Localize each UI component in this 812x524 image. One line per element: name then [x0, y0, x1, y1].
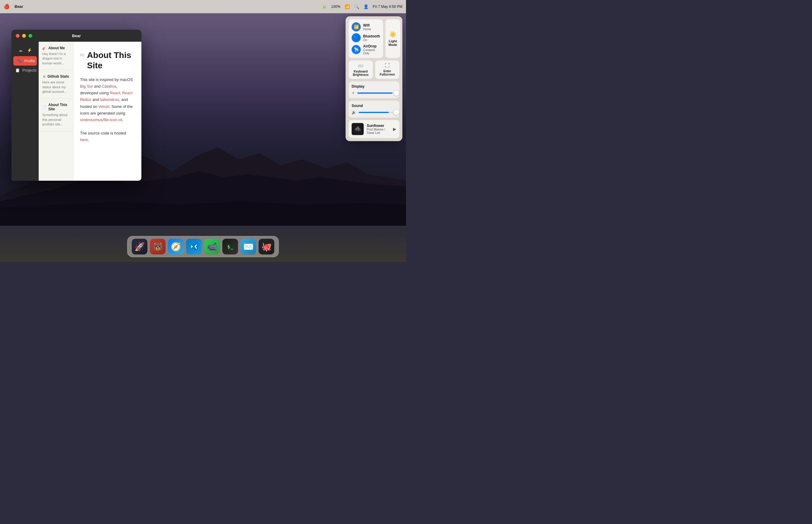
cc-fullscreen-label: Enter Fullscreen — [377, 69, 397, 76]
dock-terminal[interactable]: $_ — [222, 239, 238, 255]
dock-bear[interactable]: 🐻 — [150, 239, 166, 255]
cc-wifi-item[interactable]: 📶 Wifi Home — [352, 22, 380, 31]
dock-mail[interactable]: ✉️ — [240, 239, 256, 255]
menu-bar-clock: Fri 7 May 4:56 PM — [373, 4, 402, 9]
bear-note-icon-2: 🖥 — [42, 75, 46, 78]
bear-sidebar: ☁ ⚡ 🐾 Profile 📋 Projects — [12, 42, 39, 181]
dock: 🚀 🐻 🧭 📹 $_ ✉️ 🐙 — [127, 236, 279, 257]
cc-fullscreen-widget[interactable]: ⛶ Enter Fullscreen — [375, 61, 399, 79]
cc-bluetooth-icon-circle: 🔵 — [352, 33, 361, 42]
menu-bar-right: 🔋 100% 📶 🔍 👤 Fri 7 May 4:56 PM — [322, 4, 402, 9]
cc-track-artist: Post Malone / Swae Lee — [367, 128, 390, 134]
bear-minimize-button[interactable] — [22, 34, 26, 38]
link-react[interactable]: React — [109, 91, 120, 95]
cc-brightness-thumb[interactable] — [394, 91, 399, 96]
cc-keyboard-brightness-widget[interactable]: ⌨️ Keyboard Brightness — [349, 61, 373, 79]
dock-launchpad[interactable]: 🚀 — [132, 239, 148, 255]
bear-note-about-site[interactable]: 📄 About This Site Something about this p… — [39, 99, 73, 131]
cc-display-title: Display — [352, 84, 396, 88]
bear-nav-profile[interactable]: 🐾 Profile — [13, 56, 37, 66]
cc-airdrop-sub: Contacts Only — [363, 48, 380, 55]
bear-notes-list: 🎸 About Me Hey there! I'm a dragon lost … — [39, 42, 73, 181]
bear-sidebar-sliders-icon[interactable]: ⚡ — [27, 48, 32, 53]
cc-bluetooth-sub: On — [363, 38, 380, 42]
cc-network-widget[interactable]: 📶 Wifi Home 🔵 Bluetooth On 📡 — [349, 19, 383, 58]
bear-projects-label: Projects — [22, 68, 36, 72]
cc-light-mode-widget[interactable]: ☀️ Light Mode — [386, 19, 400, 58]
cc-brightness-icon: ☀ — [352, 91, 355, 95]
link-big-sur[interactable]: Big Sur — [80, 84, 93, 88]
bear-maximize-button[interactable] — [29, 34, 32, 38]
cc-airdrop-name: AirDrop — [363, 44, 380, 48]
bear-traffic-lights — [16, 34, 32, 38]
bear-projects-icon: 📋 — [15, 68, 20, 72]
dock-facetime[interactable]: 📹 — [204, 239, 220, 255]
dock-vscode[interactable] — [186, 239, 202, 255]
bear-profile-icon: 🐾 — [17, 59, 22, 63]
bear-note-title-row-2: 🖥 Github Stats — [42, 74, 69, 79]
cc-brightness-slider-row: ☀ — [352, 91, 396, 95]
cc-airdrop-label: AirDrop Contacts Only — [363, 44, 380, 55]
cc-sound-title: Sound — [352, 104, 396, 108]
bear-note-preview-3: Something about this personal portfolio … — [42, 113, 69, 127]
link-vercel[interactable]: Vercel — [99, 104, 109, 109]
link-file-icon-cli[interactable]: sindresorhus/file-icon-cli — [80, 117, 122, 122]
bear-note-title-1: About Me — [48, 46, 65, 50]
bear-editor-body: This site is inspired by macOS Big Sur a… — [80, 77, 135, 143]
cc-brightness-slider[interactable] — [357, 93, 396, 94]
bear-editor[interactable]: H1 About This Site This site is inspired… — [73, 42, 141, 181]
user-menu-icon[interactable]: 👤 — [363, 4, 369, 9]
cc-album-art: 🕷️ — [352, 123, 364, 135]
cc-volume-slider[interactable] — [359, 112, 396, 113]
battery-icon: 🔋 — [322, 4, 327, 9]
cc-volume-icon: 🔊 — [352, 110, 356, 115]
bear-window-title: Bear — [72, 34, 81, 38]
menu-bar: 🍎 Bear 🔋 100% 📶 🔍 👤 Fri 7 May 4:56 PM — [0, 0, 406, 13]
cc-bluetooth-icon: 🔵 — [354, 35, 359, 40]
bear-note-title-row-1: 🎸 About Me — [42, 46, 69, 50]
menu-bar-left: 🍎 Bear — [4, 4, 23, 10]
cc-wifi-name: Wifi — [363, 23, 371, 28]
cc-keyboard-icon: ⌨️ — [358, 63, 364, 69]
cc-wifi-icon: 📶 — [354, 24, 359, 29]
wifi-menu-icon[interactable]: 📶 — [345, 4, 350, 9]
cc-bluetooth-name: Bluetooth — [363, 34, 380, 38]
cc-volume-thumb[interactable] — [394, 110, 399, 115]
cc-light-mode-icon: ☀️ — [389, 31, 396, 38]
cc-album-art-icon: 🕷️ — [354, 126, 361, 132]
bear-close-button[interactable] — [16, 34, 20, 38]
dock-github[interactable]: 🐙 — [258, 239, 274, 255]
bear-profile-label: Profile — [24, 59, 35, 63]
bear-nav-projects[interactable]: 📋 Projects — [12, 66, 39, 75]
link-catalina[interactable]: Catalina — [102, 84, 116, 88]
apple-menu[interactable]: 🍎 — [4, 4, 10, 10]
cc-wifi-label: Wifi Home — [363, 23, 371, 31]
cc-track-name: Sunflower — [367, 124, 390, 128]
dock-safari[interactable]: 🧭 — [168, 239, 184, 255]
menu-bar-app-name[interactable]: Bear — [15, 4, 23, 9]
link-tailwindcss[interactable]: tailwindcss — [100, 97, 119, 102]
cc-bluetooth-item[interactable]: 🔵 Bluetooth On — [352, 33, 380, 42]
cc-airdrop-item[interactable]: 📡 AirDrop Contacts Only — [352, 44, 380, 55]
bear-note-about-me[interactable]: 🎸 About Me Hey there! I'm a dragon lost … — [39, 42, 73, 70]
bear-note-title-3: About This Site — [48, 103, 69, 111]
link-source-here[interactable]: here — [80, 137, 88, 142]
bear-note-title-2: Github Stats — [47, 74, 69, 79]
cc-airdrop-icon-circle: 📡 — [352, 45, 361, 54]
cc-play-button[interactable]: ▶ — [393, 127, 396, 131]
control-center: 📶 Wifi Home 🔵 Bluetooth On 📡 — [345, 16, 402, 141]
cc-track-info: Sunflower Post Malone / Swae Lee — [367, 124, 390, 134]
search-menu-icon[interactable]: 🔍 — [354, 4, 359, 9]
cc-display-section: Display ☀ — [349, 81, 399, 98]
cc-volume-fill — [359, 112, 389, 113]
bear-h1-marker: H1 — [80, 53, 85, 57]
cc-brightness-fill — [357, 93, 392, 94]
bear-note-preview-1: Hey there! I'm a dragon lost in human wo… — [42, 52, 69, 66]
bear-titlebar: Bear — [12, 30, 141, 42]
bear-body: ☁ ⚡ 🐾 Profile 📋 Projects 🎸 About Me Hey … — [12, 42, 141, 181]
cc-sound-section: Sound 🔊 — [349, 101, 399, 117]
bear-sidebar-icons: ☁ ⚡ — [12, 45, 39, 56]
bear-note-github-stats[interactable]: 🖥 Github Stats Here are some status abou… — [39, 70, 73, 99]
cc-light-mode-label: Light Mode — [388, 39, 397, 47]
bear-sidebar-nocloud-icon[interactable]: ☁ — [18, 48, 23, 53]
